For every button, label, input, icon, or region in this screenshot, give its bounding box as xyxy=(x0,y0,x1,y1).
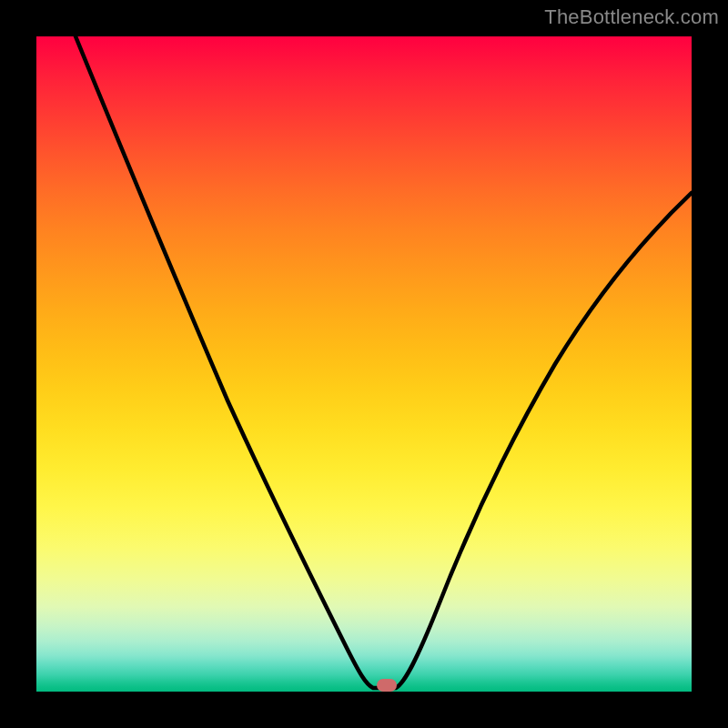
bottleneck-curve xyxy=(36,36,692,692)
watermark-text: TheBottleneck.com xyxy=(544,5,719,29)
chart-frame: TheBottleneck.com xyxy=(0,0,728,728)
plot-area xyxy=(36,36,692,692)
optimal-marker xyxy=(377,679,397,692)
curve-path xyxy=(76,36,692,688)
